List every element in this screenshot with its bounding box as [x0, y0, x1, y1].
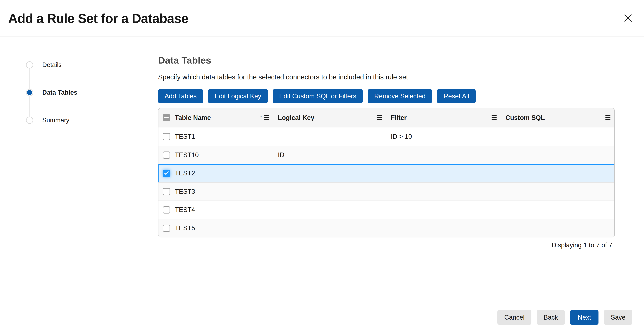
table-row[interactable]: TEST3 [158, 182, 614, 200]
back-button[interactable]: Back [537, 310, 565, 325]
logical-key-cell: ID [278, 151, 284, 159]
table-name-cell: TEST2 [175, 169, 195, 177]
table-name-cell: TEST10 [175, 151, 199, 159]
header-cell-table-name[interactable]: Table Name ↑ [158, 108, 272, 127]
filter-cell: ID > 10 [391, 133, 412, 140]
step-label: Details [42, 61, 62, 68]
dialog-title: Add a Rule Set for a Database [8, 11, 188, 26]
header-cell-filter[interactable]: Filter [385, 108, 500, 127]
row-checkbox[interactable] [163, 225, 170, 232]
row-checkbox[interactable] [163, 152, 170, 159]
step-label: Summary [42, 117, 69, 124]
sort-ascending-icon: ↑ [259, 114, 263, 122]
table-row[interactable]: TEST5 [158, 219, 614, 237]
table-header-row: Table Name ↑ Logical Key [158, 108, 614, 127]
table-body: TEST1 ID > 10 TEST10 ID [158, 127, 614, 237]
step-circle-icon [26, 61, 33, 68]
save-button[interactable]: Save [604, 310, 632, 325]
edit-custom-sql-or-filters-button[interactable]: Edit Custom SQL or Filters [273, 89, 363, 103]
table-row[interactable]: TEST10 ID [158, 146, 614, 164]
pagination-status: Displaying 1 to 7 of 7 [158, 242, 615, 249]
table-row-selected[interactable]: TEST2 [158, 164, 614, 182]
dialog-footer: Cancel Back Next Save [497, 310, 632, 325]
add-rule-set-dialog: Add a Rule Set for a Database Details Da… [0, 0, 644, 330]
column-menu-button[interactable] [490, 114, 498, 122]
column-menu-button[interactable] [604, 114, 612, 122]
column-header-label: Logical Key [278, 114, 314, 122]
page-title: Data Tables [158, 55, 615, 66]
column-menu-icon [605, 115, 611, 121]
select-all-checkbox[interactable] [163, 114, 170, 121]
stepper-divider [141, 37, 141, 301]
data-tables-grid: Table Name ↑ Logical Key [158, 108, 615, 237]
page-description: Specify which data tables for the select… [158, 73, 615, 81]
dialog-header: Add a Rule Set for a Database [0, 0, 644, 37]
table-toolbar: Add Tables Edit Logical Key Edit Custom … [158, 89, 615, 103]
remove-selected-button[interactable]: Remove Selected [368, 89, 432, 103]
wizard-stepper: Details Data Tables Summary [0, 37, 141, 301]
row-checkbox[interactable] [163, 188, 170, 195]
column-header-label: Custom SQL [506, 114, 545, 122]
header-cell-logical-key[interactable]: Logical Key [272, 108, 385, 127]
column-menu-icon [491, 115, 497, 121]
table-row[interactable]: TEST4 [158, 200, 614, 219]
next-button[interactable]: Next [570, 310, 598, 325]
column-menu-icon [264, 115, 270, 121]
step-circle-icon [26, 117, 33, 124]
edit-logical-key-button[interactable]: Edit Logical Key [208, 89, 268, 103]
column-menu-button[interactable] [263, 114, 270, 122]
table-row[interactable]: TEST1 ID > 10 [158, 127, 614, 146]
step-content: Data Tables Specify which data tables fo… [158, 37, 615, 249]
dialog-body: Details Data Tables Summary Data Tables … [0, 37, 644, 330]
step-label: Data Tables [42, 89, 77, 96]
column-menu-button[interactable] [376, 114, 383, 122]
column-header-label: Filter [391, 114, 407, 122]
table-name-cell: TEST5 [175, 224, 195, 232]
row-checkbox[interactable] [163, 206, 170, 213]
row-checkbox-checked[interactable] [163, 170, 170, 177]
close-icon [624, 14, 632, 23]
column-menu-icon [376, 115, 382, 121]
column-header-label: Table Name [175, 114, 256, 122]
table-name-cell: TEST3 [175, 188, 195, 195]
header-cell-custom-sql[interactable]: Custom SQL [500, 108, 614, 127]
row-checkbox[interactable] [163, 133, 170, 140]
table-name-cell: TEST1 [175, 133, 195, 140]
close-button[interactable] [622, 12, 634, 24]
add-tables-button[interactable]: Add Tables [158, 89, 203, 103]
reset-all-button[interactable]: Reset All [437, 89, 476, 103]
check-icon [164, 170, 170, 177]
table-name-cell: TEST4 [175, 206, 195, 213]
cancel-button[interactable]: Cancel [497, 310, 531, 325]
step-circle-active-icon [26, 89, 33, 96]
